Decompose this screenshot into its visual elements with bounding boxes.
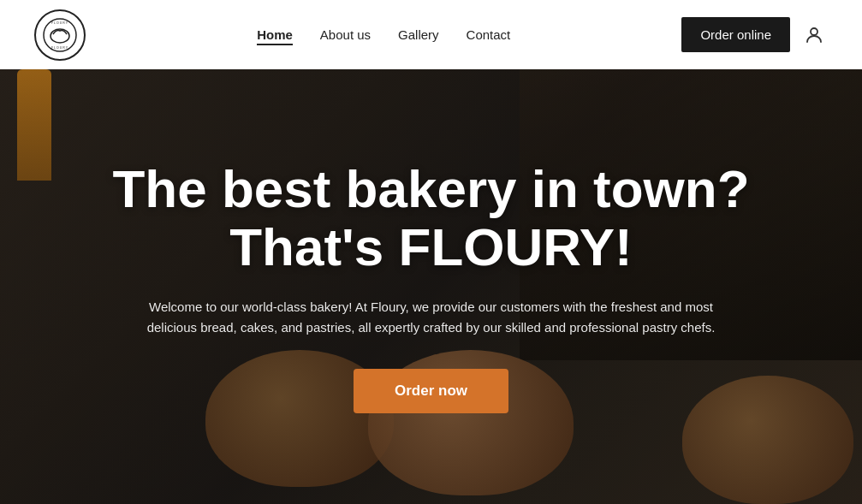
logo[interactable]: FLOURY FLOURY <box>34 9 86 61</box>
hero-section: The best bakery in town? That's FLOURY! … <box>0 69 862 504</box>
nav-link-gallery[interactable]: Gallery <box>398 27 439 42</box>
svg-point-4 <box>811 28 817 35</box>
nav-link-home[interactable]: Home <box>257 27 293 42</box>
svg-text:FLOURY: FLOURY <box>51 46 68 50</box>
nav-link-contact[interactable]: Contact <box>467 27 511 42</box>
hero-content: The best bakery in town? That's FLOURY! … <box>0 69 862 504</box>
logo-icon: FLOURY FLOURY <box>42 17 78 53</box>
logo-circle: FLOURY FLOURY <box>34 9 86 61</box>
navbar: FLOURY FLOURY Home About us Gallery Cont… <box>0 0 862 69</box>
hero-title-line2: That's FLOURY! <box>229 217 633 276</box>
nav-links: Home About us Gallery Contact <box>257 27 510 42</box>
nav-link-about[interactable]: About us <box>320 27 371 42</box>
user-account-icon[interactable] <box>800 21 828 49</box>
hero-title-line1: The best bakery in town? <box>112 159 749 218</box>
svg-text:FLOURY: FLOURY <box>51 21 68 25</box>
order-online-button[interactable]: Order online <box>681 17 790 52</box>
hero-title: The best bakery in town? That's FLOURY! <box>112 160 749 276</box>
hero-subtitle: Welcome to our world-class bakery! At Fl… <box>132 297 731 338</box>
order-now-button[interactable]: Order now <box>354 369 508 413</box>
nav-right: Order online <box>681 17 828 52</box>
